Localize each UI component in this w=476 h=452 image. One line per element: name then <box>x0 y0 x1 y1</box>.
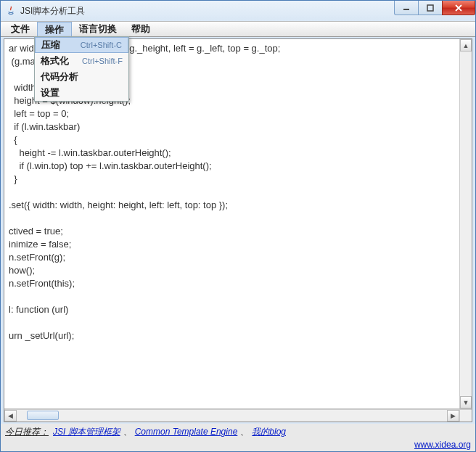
horizontal-scrollbar[interactable]: ◀ ▶ <box>4 409 472 422</box>
dropdown-label: 压缩 <box>41 38 60 52</box>
scroll-left-arrow-icon[interactable]: ◀ <box>4 410 17 422</box>
maximize-button[interactable] <box>418 1 443 15</box>
dropdown-shortcut: Ctrl+Shift-F <box>82 57 123 65</box>
dropdown-shortcut: Ctrl+Shift-C <box>81 41 122 49</box>
statusbar: 今日推荐： JSI 脚本管理框架 、 Common Template Engin… <box>1 424 475 451</box>
status-site: www.xidea.org <box>5 440 471 450</box>
hscroll-thumb[interactable] <box>27 411 59 420</box>
titlebar[interactable]: JSI脚本分析工具 <box>1 1 475 21</box>
site-link[interactable]: www.xidea.org <box>414 440 471 450</box>
dropdown-label: 格式化 <box>41 54 69 67</box>
minimize-button[interactable] <box>394 1 419 15</box>
recommend-sep: 、 <box>123 426 132 438</box>
menubar: 文件 操作 语言切换 帮助 <box>1 21 475 37</box>
dropdown-item-analyze[interactable]: 代码分析 <box>35 69 128 85</box>
status-recommend: 今日推荐： JSI 脚本管理框架 、 Common Template Engin… <box>5 426 471 438</box>
scroll-right-arrow-icon[interactable]: ▶ <box>447 410 459 422</box>
svg-rect-1 <box>427 5 433 11</box>
recommend-link-blog[interactable]: 我的blog <box>252 426 286 438</box>
recommend-link-cte[interactable]: Common Template Engine <box>135 427 238 437</box>
dropdown-label: 代码分析 <box>41 70 78 83</box>
dropdown-label: 设置 <box>41 86 60 99</box>
scroll-corner <box>459 410 472 422</box>
app-window: JSI脚本分析工具 文件 操作 语言切换 帮助 压缩 Ctrl+Shift-C … <box>0 0 476 452</box>
dropdown-item-settings[interactable]: 设置 <box>35 85 128 101</box>
window-title: JSI脚本分析工具 <box>20 5 85 17</box>
svg-rect-0 <box>403 9 409 10</box>
dropdown-item-compress[interactable]: 压缩 Ctrl+Shift-C <box>35 37 128 53</box>
operate-dropdown: 压缩 Ctrl+Shift-C 格式化 Ctrl+Shift-F 代码分析 设置 <box>34 36 129 102</box>
recommend-link-jsi[interactable]: JSI 脚本管理框架 <box>53 426 120 438</box>
recommend-sep: 、 <box>240 426 249 438</box>
hscroll-track[interactable] <box>17 410 447 422</box>
java-icon <box>5 5 17 17</box>
menu-operate[interactable]: 操作 <box>37 22 72 37</box>
scroll-down-arrow-icon[interactable]: ▼ <box>460 396 472 408</box>
menu-help[interactable]: 帮助 <box>124 22 157 36</box>
scroll-up-arrow-icon[interactable]: ▲ <box>460 39 472 52</box>
recommend-label: 今日推荐： <box>5 426 49 438</box>
dropdown-item-format[interactable]: 格式化 Ctrl+Shift-F <box>35 53 128 69</box>
menu-file[interactable]: 文件 <box>4 22 37 36</box>
close-button[interactable] <box>442 1 475 15</box>
menu-language[interactable]: 语言切换 <box>72 22 124 36</box>
window-controls <box>395 1 475 15</box>
vertical-scrollbar[interactable]: ▲ ▼ <box>459 39 472 408</box>
